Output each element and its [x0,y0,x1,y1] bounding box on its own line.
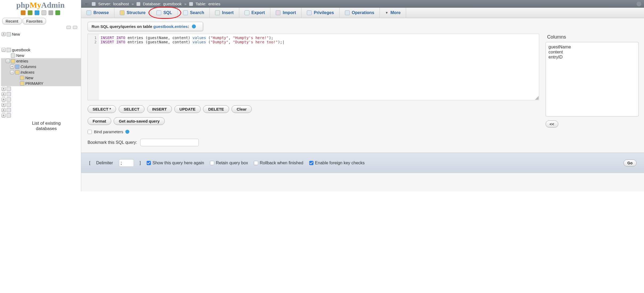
sql-code[interactable]: INSERT INTO entries (guestName, content)… [98,34,539,100]
privileges-icon [307,10,312,15]
expand-toggle[interactable]: + [10,65,14,69]
fk-checkbox[interactable] [309,161,313,165]
panel-title: Run SQL query/queries on table guestbook… [88,22,203,31]
insert-button[interactable]: INSERT [147,105,172,113]
table-icon [11,59,15,63]
insert-icon [215,10,220,15]
link-icon[interactable] [73,26,77,29]
sql-editor[interactable]: 1 2 INSERT INTO entries (guestName, cont… [88,34,539,100]
table-link[interactable]: guestbook.entries [153,24,188,29]
help-icon[interactable] [125,130,129,134]
database-name[interactable]: guestbook [163,2,181,6]
columns-listbox[interactable]: guestName content entryID [546,42,639,116]
home-icon[interactable] [21,10,26,15]
tab-import[interactable]: Import [270,8,302,18]
new-db-icon [7,32,11,36]
get-autosaved-button[interactable]: Get auto-saved query [114,117,164,125]
clear-button[interactable]: Clear [232,105,252,113]
indexes-link[interactable]: Indexes [20,70,35,74]
recent-button[interactable]: Recent [2,18,22,24]
expand-toggle[interactable]: − [6,59,10,63]
database-icon [137,2,140,6]
annotation-note: List of existing databases [17,121,76,131]
server-icon [92,2,96,6]
rollback-checkbox[interactable] [254,161,258,165]
retain-option[interactable]: Retain query box [210,161,248,165]
database-label: Database: [143,2,161,6]
tab-insert[interactable]: Insert [210,8,239,18]
show-again-checkbox[interactable] [147,161,151,165]
tab-privileges[interactable]: Privileges [302,8,340,18]
new-index-link[interactable]: New [25,76,33,80]
docs-icon[interactable] [35,10,39,15]
column-option[interactable]: content [548,49,636,55]
bind-parameters-checkbox[interactable] [88,130,92,134]
delimiter-label: Delimiter [96,161,113,165]
table-label: Table: [196,2,206,6]
db-guestbook-link[interactable]: guestbook [12,48,30,52]
tab-more[interactable]: ▼More [380,8,406,18]
collapse-all-icon[interactable] [67,26,71,29]
bookmark-input[interactable] [140,139,199,146]
expand-toggle[interactable]: + [2,103,6,107]
fk-option[interactable]: Enable foreign key checks [309,161,365,165]
expand-toggle[interactable]: + [2,108,6,112]
table-name[interactable]: entries [208,2,220,6]
bracket: [ [89,161,90,165]
structure-icon [120,10,125,15]
db-tree: + New − guestbook New − entries + [0,31,81,191]
select-button[interactable]: SELECT [119,105,145,113]
table-entries-link[interactable]: entries [16,59,28,63]
database-icon [7,97,11,102]
delete-button[interactable]: DELETE [203,105,229,113]
show-again-option[interactable]: Show this query here again [147,161,204,165]
tab-operations[interactable]: Operations [340,8,380,18]
insert-column-button[interactable]: << [546,120,558,128]
navpanel-icon[interactable] [42,10,46,15]
breadcrumb: ← Server: localhost » Database: guestboo… [81,0,644,8]
format-button[interactable]: Format [88,117,111,125]
sql-icon [156,10,161,15]
primary-index-link[interactable]: PRIMARY [25,81,43,86]
rollback-option[interactable]: Rollback when finished [254,161,303,165]
columns-label: Columns [547,34,639,40]
query-footer: [ Delimiter ] Show this query here again… [81,153,644,173]
column-option[interactable]: entryID [548,55,636,60]
back-icon[interactable]: ← [84,1,90,7]
settings-icon[interactable] [48,10,53,15]
tab-sql[interactable]: SQL [151,8,178,18]
expand-toggle[interactable]: − [2,48,6,52]
expand-toggle[interactable]: + [2,98,6,102]
columns-link[interactable]: Columns [20,64,36,69]
reload-icon[interactable] [55,10,60,15]
resize-handle[interactable] [535,96,539,100]
expand-toggle[interactable]: + [2,32,6,36]
database-icon [7,103,11,107]
new-index-icon [20,76,24,80]
primary-key-icon [20,81,24,86]
tab-browse[interactable]: Browse [81,8,114,18]
page-settings-icon[interactable] [637,2,641,6]
expand-toggle[interactable]: + [2,87,6,91]
logout-icon[interactable] [28,10,32,15]
go-button[interactable]: Go [624,160,637,166]
favorites-button[interactable]: Favorites [23,18,46,24]
new-table-link[interactable]: New [16,53,24,58]
new-db-link[interactable]: New [12,32,20,36]
phpmyadmin-logo[interactable]: phpMyAdmin [0,0,81,10]
delimiter-input[interactable] [119,159,134,167]
expand-toggle[interactable]: + [2,92,6,96]
import-icon [276,10,280,15]
help-icon[interactable] [192,24,196,28]
expand-toggle[interactable]: + [2,114,6,118]
table-icon [189,2,193,6]
server-name[interactable]: localhost [113,2,129,6]
tab-structure[interactable]: Structure [114,8,151,18]
column-option[interactable]: guestName [548,44,636,49]
retain-checkbox[interactable] [210,161,214,165]
expand-toggle[interactable]: − [10,70,14,74]
select-star-button[interactable]: SELECT * [88,105,116,113]
update-button[interactable]: UPDATE [174,105,201,113]
tab-export[interactable]: Export [239,8,271,18]
tab-search[interactable]: Search [178,8,210,18]
